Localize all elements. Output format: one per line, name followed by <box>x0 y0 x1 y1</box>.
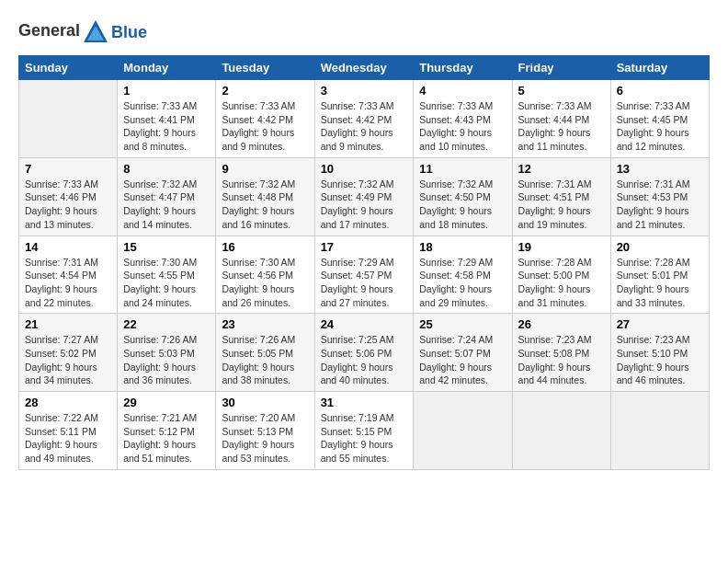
calendar-cell: 2Sunrise: 7:33 AM Sunset: 4:42 PM Daylig… <box>216 80 314 158</box>
day-info: Sunrise: 7:22 AM Sunset: 5:11 PM Dayligh… <box>25 411 111 465</box>
calendar-cell: 10Sunrise: 7:32 AM Sunset: 4:49 PM Dayli… <box>314 157 414 236</box>
calendar-cell: 25Sunrise: 7:24 AM Sunset: 5:07 PM Dayli… <box>414 314 512 392</box>
week-row-2: 14Sunrise: 7:31 AM Sunset: 4:54 PM Dayli… <box>19 236 710 314</box>
day-number: 14 <box>25 240 111 254</box>
logo-general: General <box>18 21 80 40</box>
calendar-cell <box>414 392 512 470</box>
day-number: 12 <box>518 162 605 176</box>
header-day-wednesday: Wednesday <box>314 56 414 80</box>
day-number: 6 <box>617 84 703 98</box>
day-number: 27 <box>617 317 703 331</box>
day-number: 30 <box>222 396 308 409</box>
day-number: 15 <box>123 240 210 254</box>
calendar-table: SundayMondayTuesdayWednesdayThursdayFrid… <box>18 55 710 470</box>
calendar-cell <box>512 392 610 470</box>
day-info: Sunrise: 7:32 AM Sunset: 4:47 PM Dayligh… <box>123 178 210 232</box>
day-info: Sunrise: 7:33 AM Sunset: 4:45 PM Dayligh… <box>617 99 703 154</box>
day-number: 17 <box>321 240 408 254</box>
day-info: Sunrise: 7:33 AM Sunset: 4:44 PM Dayligh… <box>518 99 605 154</box>
calendar-cell: 9Sunrise: 7:32 AM Sunset: 4:48 PM Daylig… <box>216 157 314 236</box>
day-number: 31 <box>321 396 408 409</box>
calendar-cell: 7Sunrise: 7:33 AM Sunset: 4:46 PM Daylig… <box>19 157 118 236</box>
logo-icon <box>82 18 109 46</box>
day-number: 9 <box>222 162 308 176</box>
header-day-monday: Monday <box>118 56 216 80</box>
header-day-friday: Friday <box>512 56 610 80</box>
day-info: Sunrise: 7:29 AM Sunset: 4:58 PM Dayligh… <box>419 256 506 310</box>
day-info: Sunrise: 7:26 AM Sunset: 5:05 PM Dayligh… <box>222 333 308 387</box>
day-info: Sunrise: 7:26 AM Sunset: 5:03 PM Dayligh… <box>123 333 210 387</box>
day-info: Sunrise: 7:33 AM Sunset: 4:42 PM Dayligh… <box>222 99 308 154</box>
logo: General Blue <box>18 18 147 46</box>
calendar-cell: 24Sunrise: 7:25 AM Sunset: 5:06 PM Dayli… <box>314 314 414 392</box>
calendar-cell <box>19 80 118 158</box>
day-info: Sunrise: 7:33 AM Sunset: 4:42 PM Dayligh… <box>321 99 408 154</box>
calendar-cell: 14Sunrise: 7:31 AM Sunset: 4:54 PM Dayli… <box>19 236 118 314</box>
day-number: 23 <box>222 317 308 331</box>
day-number: 24 <box>321 317 408 331</box>
day-info: Sunrise: 7:23 AM Sunset: 5:08 PM Dayligh… <box>518 333 605 387</box>
calendar-cell: 4Sunrise: 7:33 AM Sunset: 4:43 PM Daylig… <box>414 80 512 158</box>
logo-blue: Blue <box>111 23 147 42</box>
week-row-0: 1Sunrise: 7:33 AM Sunset: 4:41 PM Daylig… <box>19 80 710 158</box>
day-info: Sunrise: 7:32 AM Sunset: 4:50 PM Dayligh… <box>419 178 506 232</box>
day-info: Sunrise: 7:30 AM Sunset: 4:56 PM Dayligh… <box>222 256 308 310</box>
calendar-cell: 21Sunrise: 7:27 AM Sunset: 5:02 PM Dayli… <box>19 314 118 392</box>
day-number: 1 <box>123 84 210 98</box>
calendar-cell: 18Sunrise: 7:29 AM Sunset: 4:58 PM Dayli… <box>414 236 512 314</box>
calendar-cell: 30Sunrise: 7:20 AM Sunset: 5:13 PM Dayli… <box>216 392 314 470</box>
day-number: 19 <box>518 240 605 254</box>
calendar-cell: 22Sunrise: 7:26 AM Sunset: 5:03 PM Dayli… <box>118 314 216 392</box>
header-day-saturday: Saturday <box>610 56 709 80</box>
day-info: Sunrise: 7:31 AM Sunset: 4:53 PM Dayligh… <box>617 178 703 232</box>
day-info: Sunrise: 7:33 AM Sunset: 4:46 PM Dayligh… <box>25 178 111 232</box>
day-info: Sunrise: 7:28 AM Sunset: 5:00 PM Dayligh… <box>518 256 605 310</box>
header-day-tuesday: Tuesday <box>216 56 314 80</box>
week-row-1: 7Sunrise: 7:33 AM Sunset: 4:46 PM Daylig… <box>19 157 710 236</box>
calendar-cell: 23Sunrise: 7:26 AM Sunset: 5:05 PM Dayli… <box>216 314 314 392</box>
calendar-cell: 6Sunrise: 7:33 AM Sunset: 4:45 PM Daylig… <box>610 80 709 158</box>
day-number: 20 <box>617 240 703 254</box>
day-number: 22 <box>123 317 210 331</box>
day-info: Sunrise: 7:20 AM Sunset: 5:13 PM Dayligh… <box>222 411 308 465</box>
day-number: 16 <box>222 240 308 254</box>
page-header: General Blue <box>18 18 710 46</box>
day-number: 28 <box>25 396 111 409</box>
day-info: Sunrise: 7:21 AM Sunset: 5:12 PM Dayligh… <box>123 411 210 465</box>
calendar-cell: 19Sunrise: 7:28 AM Sunset: 5:00 PM Dayli… <box>512 236 610 314</box>
day-number: 13 <box>617 162 703 176</box>
day-number: 4 <box>419 84 506 98</box>
day-number: 29 <box>123 396 210 409</box>
calendar-cell: 20Sunrise: 7:28 AM Sunset: 5:01 PM Dayli… <box>610 236 709 314</box>
day-number: 8 <box>123 162 210 176</box>
calendar-cell: 13Sunrise: 7:31 AM Sunset: 4:53 PM Dayli… <box>610 157 709 236</box>
day-info: Sunrise: 7:29 AM Sunset: 4:57 PM Dayligh… <box>321 256 408 310</box>
day-number: 21 <box>25 317 111 331</box>
header-row: SundayMondayTuesdayWednesdayThursdayFrid… <box>19 56 710 80</box>
day-number: 7 <box>25 162 111 176</box>
day-info: Sunrise: 7:27 AM Sunset: 5:02 PM Dayligh… <box>25 333 111 387</box>
calendar-cell: 27Sunrise: 7:23 AM Sunset: 5:10 PM Dayli… <box>610 314 709 392</box>
calendar-cell: 15Sunrise: 7:30 AM Sunset: 4:55 PM Dayli… <box>118 236 216 314</box>
day-number: 11 <box>419 162 506 176</box>
calendar-body: 1Sunrise: 7:33 AM Sunset: 4:41 PM Daylig… <box>19 80 710 470</box>
day-number: 5 <box>518 84 605 98</box>
calendar-cell: 28Sunrise: 7:22 AM Sunset: 5:11 PM Dayli… <box>19 392 118 470</box>
calendar-cell: 12Sunrise: 7:31 AM Sunset: 4:51 PM Dayli… <box>512 157 610 236</box>
day-info: Sunrise: 7:33 AM Sunset: 4:43 PM Dayligh… <box>419 99 506 154</box>
day-info: Sunrise: 7:28 AM Sunset: 5:01 PM Dayligh… <box>617 256 703 310</box>
calendar-cell: 1Sunrise: 7:33 AM Sunset: 4:41 PM Daylig… <box>118 80 216 158</box>
day-info: Sunrise: 7:31 AM Sunset: 4:54 PM Dayligh… <box>25 256 111 310</box>
day-number: 3 <box>321 84 408 98</box>
calendar-cell: 17Sunrise: 7:29 AM Sunset: 4:57 PM Dayli… <box>314 236 414 314</box>
calendar-header: SundayMondayTuesdayWednesdayThursdayFrid… <box>19 56 710 80</box>
calendar-cell: 29Sunrise: 7:21 AM Sunset: 5:12 PM Dayli… <box>118 392 216 470</box>
day-info: Sunrise: 7:24 AM Sunset: 5:07 PM Dayligh… <box>419 333 506 387</box>
calendar-cell: 31Sunrise: 7:19 AM Sunset: 5:15 PM Dayli… <box>314 392 414 470</box>
calendar-cell: 16Sunrise: 7:30 AM Sunset: 4:56 PM Dayli… <box>216 236 314 314</box>
calendar-cell: 8Sunrise: 7:32 AM Sunset: 4:47 PM Daylig… <box>118 157 216 236</box>
day-number: 18 <box>419 240 506 254</box>
calendar-cell: 3Sunrise: 7:33 AM Sunset: 4:42 PM Daylig… <box>314 80 414 158</box>
day-info: Sunrise: 7:32 AM Sunset: 4:49 PM Dayligh… <box>321 178 408 232</box>
day-info: Sunrise: 7:31 AM Sunset: 4:51 PM Dayligh… <box>518 178 605 232</box>
